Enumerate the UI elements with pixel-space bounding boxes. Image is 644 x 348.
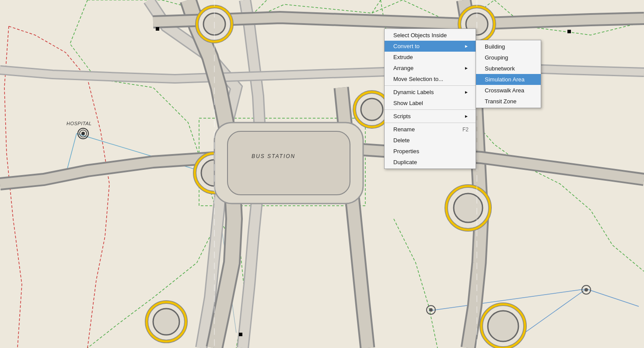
menu-item-extrude[interactable]: Extrude <box>385 52 476 63</box>
submenu-arrow-arrange: ► <box>464 66 469 70</box>
separator-3 <box>385 123 476 123</box>
menu-item-scripts[interactable]: Scripts ► <box>385 111 476 122</box>
svg-point-42 <box>584 288 588 292</box>
submenu-arrow-dynamic-labels: ► <box>464 90 469 95</box>
svg-point-40 <box>429 308 433 312</box>
submenu-arrow-convert-to: ► <box>464 44 469 49</box>
submenu-arrow-scripts: ► <box>464 114 469 119</box>
svg-rect-34 <box>567 30 571 33</box>
menu-item-show-label[interactable]: Show Label <box>385 98 476 109</box>
svg-rect-33 <box>156 27 159 31</box>
separator-2 <box>385 109 476 110</box>
menu-item-move-selection-to[interactable]: Move Selection to... <box>385 74 476 84</box>
svg-rect-35 <box>239 333 242 336</box>
svg-point-19 <box>454 193 483 222</box>
menu-item-select-objects-inside[interactable]: Select Objects Inside <box>385 30 476 41</box>
submenu-item-transit-zone[interactable]: Transit Zone <box>476 96 541 107</box>
context-menu: Select Objects Inside Convert to ► Build… <box>384 28 476 169</box>
svg-point-37 <box>81 132 85 135</box>
road-svg <box>0 0 644 348</box>
bus-station-label: BUS STATION <box>252 153 295 159</box>
menu-item-arrange[interactable]: Arrange ► <box>385 63 476 74</box>
map-canvas: HOSPITAL BUS STATION <box>0 0 644 348</box>
separator-1 <box>385 85 476 86</box>
menu-item-dynamic-labels[interactable]: Dynamic Labels ► <box>385 87 476 98</box>
hospital-label: HOSPITAL <box>66 121 92 126</box>
submenu-item-crosswalk-area[interactable]: Crosswalk Area <box>476 85 541 96</box>
svg-point-21 <box>488 311 518 341</box>
submenu-convert-to: Building Grouping Subnetwork Simulation … <box>476 40 541 108</box>
svg-point-17 <box>153 309 179 335</box>
svg-rect-30 <box>228 131 350 195</box>
submenu-item-simulation-area[interactable]: Simulation Area <box>476 74 541 85</box>
menu-item-delete[interactable]: Delete <box>385 135 476 146</box>
menu-item-rename[interactable]: Rename F2 <box>385 124 476 135</box>
menu-item-convert-to[interactable]: Convert to ► Building Grouping Subnetwor… <box>385 41 476 52</box>
menu-item-duplicate[interactable]: Duplicate <box>385 157 476 168</box>
submenu-item-building[interactable]: Building <box>476 41 541 52</box>
svg-point-15 <box>361 98 383 120</box>
menu-item-properties[interactable]: Properties <box>385 146 476 157</box>
submenu-item-grouping[interactable]: Grouping <box>476 52 541 63</box>
submenu-item-subnetwork[interactable]: Subnetwork <box>476 63 541 74</box>
